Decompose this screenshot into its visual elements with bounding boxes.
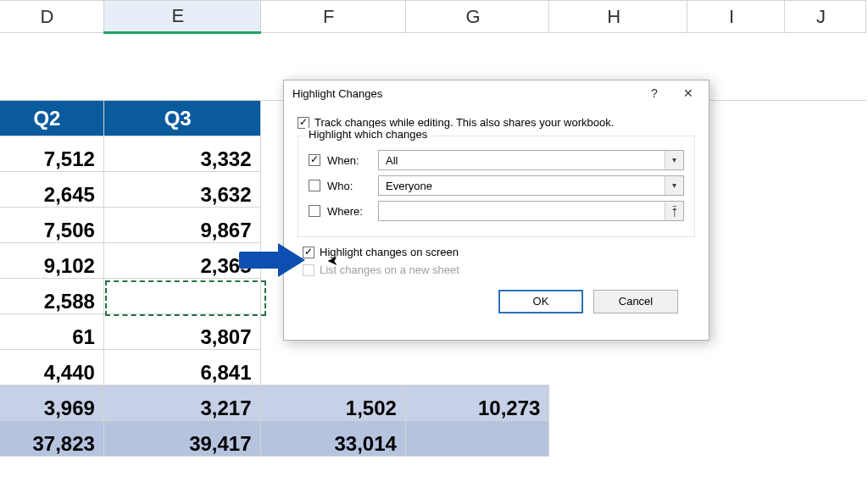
list-on-sheet-label: List changes on a new sheet xyxy=(320,263,459,276)
cell[interactable]: 7,512 xyxy=(0,136,103,172)
col-J[interactable]: J xyxy=(784,1,865,33)
cell[interactable]: 2,645 xyxy=(0,172,103,208)
column-header-row: D E F G H I J xyxy=(0,1,866,33)
close-button[interactable]: ✕ xyxy=(671,82,705,104)
header-q3: Q3 xyxy=(103,101,260,136)
where-label: Where: xyxy=(327,205,378,218)
cell[interactable]: 33,014 xyxy=(260,421,405,457)
cell[interactable]: 1,502 xyxy=(260,385,405,421)
when-checkbox[interactable] xyxy=(309,154,320,166)
cell[interactable]: 3,807 xyxy=(103,314,260,350)
list-on-sheet-checkbox xyxy=(303,264,314,276)
highlight-on-screen-label: Highlight changes on screen xyxy=(320,246,459,258)
who-checkbox[interactable] xyxy=(309,180,320,191)
header-q2: Q2 xyxy=(0,101,103,136)
range-select-icon[interactable]: ⭱ xyxy=(665,202,683,220)
cell[interactable]: 2,588 xyxy=(0,279,103,314)
chevron-down-icon[interactable]: ▾ xyxy=(665,151,683,169)
cell[interactable]: 61 xyxy=(0,314,103,350)
cell[interactable]: 6,841 xyxy=(103,350,260,385)
cell[interactable]: 4,440 xyxy=(0,350,103,385)
cell[interactable]: 7,506 xyxy=(0,208,103,243)
cell[interactable]: 10,273 xyxy=(405,385,548,421)
ok-button[interactable]: OK xyxy=(498,290,583,313)
group-legend: Highlight which changes xyxy=(305,128,431,141)
highlight-changes-dialog: Highlight Changes ? ✕ Track changes whil… xyxy=(283,80,709,341)
track-changes-checkbox[interactable] xyxy=(298,117,309,129)
cell[interactable]: 3,217 xyxy=(103,385,260,421)
when-combo[interactable]: All ▾ xyxy=(378,150,684,170)
cell[interactable] xyxy=(103,279,260,314)
when-value: All xyxy=(386,154,398,167)
help-button[interactable]: ? xyxy=(637,82,671,104)
when-label: When: xyxy=(327,154,378,167)
who-combo[interactable]: Everyone ▾ xyxy=(378,175,684,196)
cell[interactable]: 9,867 xyxy=(103,208,260,243)
col-I[interactable]: I xyxy=(687,1,785,33)
where-input[interactable]: ⭱ xyxy=(378,201,684,221)
cell[interactable]: 3,632 xyxy=(103,172,260,208)
cell[interactable]: 3,969 xyxy=(0,385,103,421)
cell[interactable]: 2,365 xyxy=(103,243,260,279)
dialog-titlebar[interactable]: Highlight Changes ? ✕ xyxy=(284,80,709,106)
col-H[interactable]: H xyxy=(549,1,687,33)
col-F[interactable]: F xyxy=(260,1,405,33)
track-changes-label: Track changes while editing. This also s… xyxy=(314,116,614,129)
col-D[interactable]: D xyxy=(0,1,103,33)
dialog-title: Highlight Changes xyxy=(292,87,637,100)
col-E[interactable]: E xyxy=(103,1,260,33)
highlight-which-group: Highlight which changes When: All ▾ Who:… xyxy=(298,136,695,237)
cancel-button[interactable]: Cancel xyxy=(593,290,678,313)
who-label: Who: xyxy=(327,180,378,192)
where-checkbox[interactable] xyxy=(309,205,320,217)
cell[interactable]: 39,417 xyxy=(103,421,260,457)
chevron-down-icon[interactable]: ▾ xyxy=(665,176,683,195)
cell[interactable]: 3,332 xyxy=(103,136,260,172)
cell[interactable]: 9,102 xyxy=(0,243,103,279)
col-G[interactable]: G xyxy=(405,1,548,33)
cell[interactable] xyxy=(405,421,548,457)
cell[interactable]: 37,823 xyxy=(0,421,103,457)
highlight-on-screen-checkbox[interactable] xyxy=(303,247,314,258)
who-value: Everyone xyxy=(386,180,432,192)
